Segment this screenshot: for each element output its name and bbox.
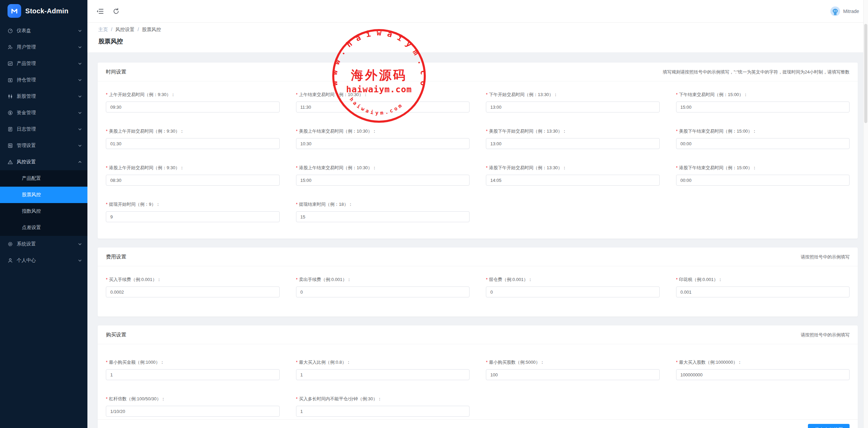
dashboard-icon — [8, 28, 13, 34]
logs-icon — [8, 126, 13, 132]
field-label-text: 留仓费（例:0.001）： — [489, 277, 532, 282]
required-marker: * — [296, 165, 298, 170]
required-marker: * — [486, 165, 488, 170]
field-input[interactable] — [486, 175, 660, 186]
breadcrumb-home[interactable]: 主页 — [98, 27, 108, 33]
field-input[interactable] — [106, 138, 280, 149]
breadcrumb-separator: / — [111, 27, 112, 33]
sidebar-subitem-index-risk[interactable]: 指数风控 — [0, 203, 87, 219]
form-field: *港股下午结束交易时间（例：15:00）： — [676, 165, 850, 186]
form-field: *美股上午开始交易时间（例：9:30）： — [106, 128, 280, 149]
sidebar-item-logs[interactable]: 日志管理 — [0, 121, 87, 137]
field-input[interactable] — [676, 286, 850, 297]
positions-icon — [8, 77, 13, 83]
sidebar-subitem-product-config[interactable]: 产品配置 — [0, 170, 87, 187]
chevron-down-icon — [78, 61, 82, 65]
field-input[interactable] — [486, 138, 660, 149]
sidebar-item-label: 用户管理 — [17, 44, 36, 50]
admin-settings-icon — [8, 143, 13, 148]
logo[interactable]: Stock-Admin — [0, 0, 87, 22]
fee-settings-card: 费用设置 请按照括号中的示例填写 *买入手续费（例:0.001）： *卖出手续费… — [98, 248, 858, 317]
sidebar-fold-icon[interactable] — [96, 8, 104, 15]
required-marker: * — [296, 129, 298, 134]
required-marker: * — [106, 396, 108, 401]
save-button[interactable]: 保存当前设置 — [808, 424, 850, 428]
page-content: 时间设置 填写规则请按照括号中的示例填写，":"统一为英文中的字符，提现时间为2… — [87, 52, 868, 428]
field-input[interactable] — [106, 175, 280, 186]
sidebar-item-profile[interactable]: 个人中心 — [0, 252, 87, 269]
required-marker: * — [106, 202, 108, 207]
chevron-down-icon — [78, 28, 82, 32]
chevron-down-icon — [78, 45, 82, 49]
sidebar-item-risk-settings[interactable]: 风控设置 — [0, 154, 87, 170]
sidebar-item-products[interactable]: 产品管理 — [0, 55, 87, 72]
form-field: *卖出手续费（例:0.001）： — [296, 277, 470, 297]
field-input[interactable] — [106, 211, 280, 222]
field-input[interactable] — [296, 286, 470, 297]
required-marker: * — [676, 360, 678, 365]
form-field: *留仓费（例:0.001）： — [486, 277, 660, 297]
required-marker: * — [676, 129, 678, 134]
required-marker: * — [676, 165, 678, 170]
user-menu[interactable]: Mitrade — [830, 6, 859, 16]
field-input[interactable] — [296, 406, 470, 417]
field-input[interactable] — [486, 286, 660, 297]
section-title: 费用设置 — [106, 254, 126, 260]
sidebar-item-system-settings[interactable]: 系统设置 — [0, 236, 87, 252]
form-field: *港股上午开始交易时间（例：9:30）： — [106, 165, 280, 186]
sidebar-item-funds[interactable]: 资金管理 — [0, 105, 87, 121]
sidebar-item-label: 持仓管理 — [17, 77, 36, 83]
sidebar-item-positions[interactable]: 持仓管理 — [0, 72, 87, 88]
sidebar-item-admin-settings[interactable]: 管理设置 — [0, 137, 87, 154]
sidebar-menu: 仪表盘 用户管理 产品管理 持仓管理 新股管理 — [0, 23, 87, 269]
field-input[interactable] — [296, 102, 470, 112]
field-label-text: 印花税（例:0.001）： — [679, 277, 723, 282]
required-marker: * — [296, 92, 298, 97]
field-label-text: 上午开始交易时间（例：9:30）： — [109, 92, 175, 97]
field-input[interactable] — [106, 369, 280, 380]
required-marker: * — [106, 92, 108, 97]
chevron-down-icon — [78, 94, 82, 98]
field-input[interactable] — [296, 175, 470, 186]
field-input[interactable] — [296, 138, 470, 149]
field-input[interactable] — [106, 102, 280, 112]
funds-icon — [8, 110, 13, 116]
sidebar-subitem-spread-settings[interactable]: 点差设置 — [0, 219, 87, 236]
breadcrumb-risk-settings[interactable]: 风控设置 — [115, 27, 135, 33]
chevron-down-icon — [78, 258, 82, 262]
field-input[interactable] — [676, 369, 850, 380]
risk-settings-submenu: 产品配置 股票风控 指数风控 点差设置 — [0, 170, 87, 236]
form-field: *下午结束交易时间（例：15:00）： — [676, 92, 850, 112]
sidebar-item-label: 资金管理 — [17, 110, 36, 116]
refresh-icon[interactable] — [113, 8, 120, 15]
vertical-scrollbar[interactable] — [863, 0, 868, 428]
field-input[interactable] — [296, 369, 470, 380]
section-note: 填写规则请按照括号中的示例填写，":"统一为英文中的字符，提现时间为24小时制，… — [663, 69, 850, 75]
form-field: *上午结束交易时间（例：10:30）： — [296, 92, 470, 112]
field-input[interactable] — [106, 406, 280, 417]
scrollbar-thumb[interactable] — [864, 24, 867, 123]
sidebar-item-new-stock[interactable]: 新股管理 — [0, 88, 87, 105]
field-input[interactable] — [676, 138, 850, 149]
sidebar-item-dashboard[interactable]: 仪表盘 — [0, 23, 87, 39]
field-label-text: 港股上午结束交易时间（例：10:30）： — [299, 165, 377, 170]
field-input[interactable] — [106, 286, 280, 297]
page-head: 主页 / 风控设置 / 股票风控 股票风控 — [87, 23, 868, 52]
form-field: *最大买入比例（例:0.8）： — [296, 359, 470, 380]
sidebar: Stock-Admin 仪表盘 用户管理 产品管理 持仓管理 — [0, 0, 87, 428]
time-settings-card: 时间设置 填写规则请按照括号中的示例填写，":"统一为英文中的字符，提现时间为2… — [98, 63, 858, 239]
risk-settings-icon — [8, 159, 13, 165]
form-field: *上午开始交易时间（例：9:30）： — [106, 92, 280, 112]
field-input[interactable] — [486, 369, 660, 380]
sidebar-subitem-stock-risk[interactable]: 股票风控 — [0, 187, 87, 203]
user-avatar — [830, 6, 840, 16]
field-input[interactable] — [676, 102, 850, 112]
field-input[interactable] — [296, 211, 470, 222]
field-label-text: 买入手续费（例:0.001）： — [109, 277, 161, 282]
sidebar-item-users[interactable]: 用户管理 — [0, 39, 87, 55]
field-label-text: 美股上午开始交易时间（例：9:30）： — [109, 129, 184, 134]
sidebar-item-label: 管理设置 — [17, 143, 36, 149]
field-input[interactable] — [486, 102, 660, 112]
field-label-text: 美股下午开始交易时间（例：13:30）： — [489, 129, 567, 134]
field-input[interactable] — [676, 175, 850, 186]
